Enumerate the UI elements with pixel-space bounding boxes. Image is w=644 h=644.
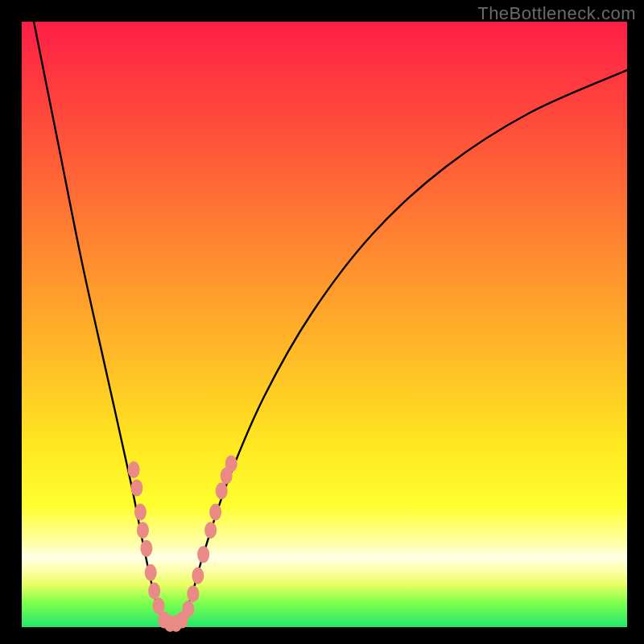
marker-dot <box>225 455 237 472</box>
marker-dot <box>209 504 221 521</box>
marker-dot <box>192 568 204 584</box>
chart-frame: TheBottleneck.com <box>0 0 644 644</box>
watermark-text: TheBottleneck.com <box>477 3 636 24</box>
marker-dot <box>182 601 194 617</box>
chart-svg <box>22 22 627 627</box>
marker-dot <box>128 461 140 478</box>
marker-dot <box>197 546 209 563</box>
marker-dot <box>148 582 160 599</box>
marker-dot <box>130 480 142 497</box>
bottleneck-curve <box>34 22 627 631</box>
marker-group <box>128 455 237 632</box>
marker-dot <box>187 585 199 602</box>
marker-dot <box>216 482 228 499</box>
marker-dot <box>145 564 157 581</box>
marker-dot <box>140 540 152 557</box>
marker-dot <box>134 504 147 521</box>
marker-dot <box>204 522 217 539</box>
marker-dot <box>137 522 149 539</box>
